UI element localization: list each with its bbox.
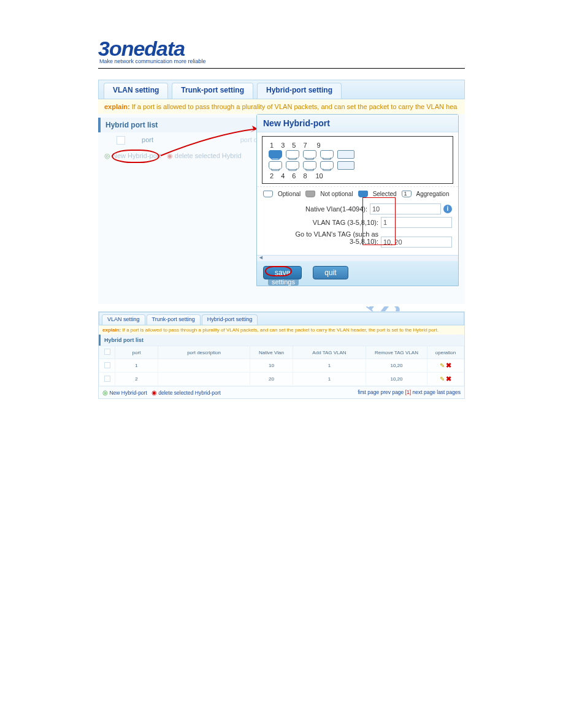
table-footer: ◎ New Hybrid-port ◉ delete selected Hybr… [99, 386, 464, 398]
tab-trunk-port-setting-sm[interactable]: Trunk-port setting [147, 314, 201, 325]
brand-name: 3onedata [98, 37, 465, 61]
legend-selected-icon [358, 191, 368, 197]
th-port: port [115, 346, 158, 359]
port-5-icon[interactable] [303, 150, 316, 159]
page-current: [1] [405, 389, 411, 395]
hybrid-port-table: port port description Native Vlan Add TA… [99, 346, 464, 386]
port-10-icon[interactable] [337, 161, 354, 170]
brand-logo: 3onedata Make network communication more… [98, 37, 465, 64]
list-header-row: port port de [98, 132, 264, 148]
port-selector: 1 3 5 7 9 [262, 136, 453, 184]
explain-banner-sm: explain: If a port is allowed to pass th… [99, 325, 464, 335]
info-icon[interactable]: i [443, 205, 452, 213]
port-icons-bottom [269, 161, 446, 170]
header-divider [98, 68, 465, 69]
port-3-icon[interactable] [286, 150, 299, 159]
edit-icon[interactable]: ✎ [440, 362, 445, 369]
vlan-tag-label: VLAN TAG (3-5,8,10): [263, 219, 381, 226]
cell-remove: 10,20 [366, 373, 427, 386]
port-numbers-top: 1 3 5 7 9 [269, 142, 446, 149]
port-num-9: 9 [317, 142, 321, 149]
panel-header: Hybrid port list [98, 118, 264, 132]
th-native: Native Vlan [250, 346, 293, 359]
page-first[interactable]: first page [358, 389, 379, 395]
port-9-icon[interactable] [337, 150, 354, 159]
explain-text-sm: If a port is allowed to pass through a p… [122, 327, 438, 333]
cell-add: 1 [293, 359, 366, 373]
native-vlan-input[interactable] [370, 203, 441, 214]
brand-tagline: Make network communication more reliable [99, 58, 465, 64]
explain-label: explain: [104, 103, 130, 110]
tab-vlan-setting[interactable]: VLAN setting [104, 83, 168, 99]
legend-notoptional: Not optional [320, 191, 353, 197]
dialog-scrollbar[interactable] [257, 255, 458, 261]
th-desc: port description [158, 346, 250, 359]
port-num-5: 5 [292, 142, 296, 149]
port-8-icon[interactable] [320, 161, 334, 170]
port-7-icon[interactable] [320, 150, 334, 159]
port-legend: Optional Not optional Selected Aggregati… [257, 186, 458, 200]
table-row: 1 10 1 10,20 ✎ ✖ [99, 359, 464, 373]
page-next[interactable]: next page [413, 389, 435, 395]
new-hybrid-port-link-sm[interactable]: New Hybrid-port [109, 390, 147, 396]
page-prev[interactable]: prev page [381, 389, 404, 395]
port-1-icon[interactable] [269, 150, 282, 159]
port-num-3: 3 [281, 142, 285, 149]
delete-selected-link-sm[interactable]: delete selected Hybrid-port [158, 390, 221, 396]
select-all-checkbox[interactable] [117, 136, 125, 145]
vlan-tag-input[interactable] [381, 217, 452, 228]
port-num-1: 1 [270, 142, 274, 149]
tab-trunk-port-setting[interactable]: Trunk-port setting [172, 83, 253, 99]
explain-label-sm: explain: [102, 327, 121, 333]
cell-port: 1 [115, 359, 158, 373]
panel-header-sm: Hybrid port list [99, 335, 464, 346]
explain-text: If a port is allowed to pass through a p… [132, 103, 458, 110]
cell-desc [158, 373, 250, 386]
explain-banner: explain: If a port is allowed to pass th… [98, 99, 465, 114]
delete-icon[interactable]: ✖ [446, 375, 451, 382]
cell-add: 1 [293, 373, 366, 386]
port-num-8: 8 [303, 172, 307, 180]
tab-vlan-setting-sm[interactable]: VLAN setting [102, 314, 145, 325]
screenshot-hybrid-port-list: VLAN setting Trunk-port setting Hybrid-p… [98, 311, 465, 399]
tab-hybrid-port-setting[interactable]: Hybrid-port setting [257, 83, 342, 99]
page-last[interactable]: last pages [437, 389, 461, 395]
legend-aggregation-icon [402, 191, 412, 197]
edit-icon[interactable]: ✎ [440, 376, 445, 382]
screenshot-hybrid-port-dialog: VLAN setting Trunk-port setting Hybrid-p… [98, 80, 465, 306]
legend-notoptional-icon [305, 191, 315, 197]
cell-native: 10 [250, 359, 293, 373]
goto-vlan-tag-input[interactable] [381, 237, 452, 248]
legend-optional: Optional [278, 191, 301, 197]
add-icon: ◎ [102, 389, 108, 396]
delete-icon[interactable]: ✖ [446, 362, 451, 369]
port-numbers-bottom: 2 4 6 8 10 [269, 172, 446, 180]
port-2-icon[interactable] [269, 161, 282, 170]
new-hybrid-port-dialog: New Hybrid-port 1 3 5 7 9 [256, 114, 459, 286]
row-checkbox[interactable] [104, 376, 110, 382]
th-operation: operation [427, 346, 464, 359]
port-num-2: 2 [270, 172, 274, 180]
delete-selected-link[interactable]: delete selected Hybrid [175, 152, 242, 159]
port-num-10: 10 [316, 172, 323, 180]
select-all-checkbox-sm[interactable] [104, 349, 110, 355]
port-4-icon[interactable] [286, 161, 299, 170]
port-6-icon[interactable] [303, 161, 316, 170]
cell-native: 20 [250, 373, 293, 386]
port-num-4: 4 [281, 172, 285, 180]
tab-hybrid-port-setting-sm[interactable]: Hybrid-port setting [202, 314, 258, 325]
table-row: 2 20 1 10,20 ✎ ✖ [99, 373, 464, 386]
tab-bar-sm: VLAN setting Trunk-port setting Hybrid-p… [99, 312, 464, 325]
row-checkbox[interactable] [104, 362, 110, 368]
native-vlan-label: Native Vlan(1-4094): [263, 205, 370, 213]
annotation-oval-new-link [112, 150, 159, 163]
table-header-row: port port description Native Vlan Add TA… [99, 346, 464, 359]
pagination: first page prev page [1] next page last … [358, 389, 461, 396]
port-icons-top [269, 150, 446, 159]
quit-button[interactable]: quit [313, 266, 348, 279]
col-port: port [142, 136, 153, 143]
tab-bar: VLAN setting Trunk-port setting Hybrid-p… [98, 80, 465, 99]
legend-selected: Selected [373, 191, 397, 197]
settings-ghost-label: settings [268, 278, 299, 286]
legend-aggregation: Aggregation [416, 191, 450, 197]
